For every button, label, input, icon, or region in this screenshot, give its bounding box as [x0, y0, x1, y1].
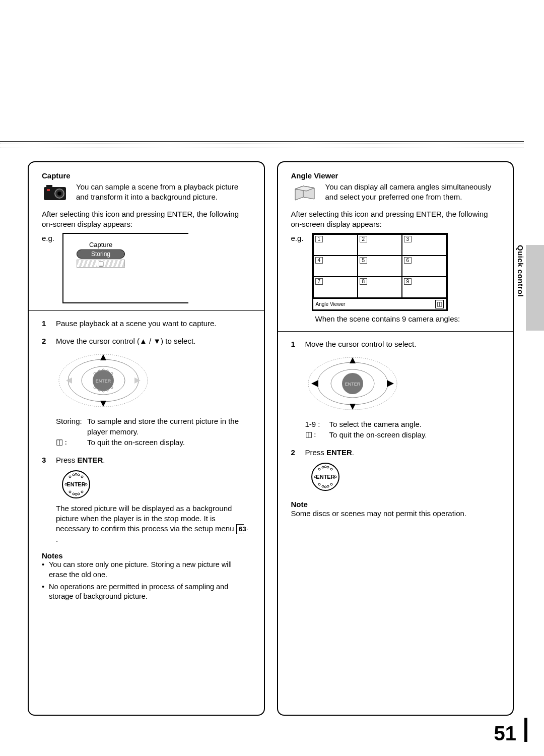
svg-point-2 [57, 192, 61, 196]
angle-cell: 1 [313, 234, 358, 256]
capture-intro-text: You can sample a scene from a playback p… [76, 182, 251, 204]
capture-step-1: Pause playback at a scene you want to ca… [42, 318, 251, 329]
capture-dialog-title: Capture [77, 241, 125, 248]
return-icon: ◫ [435, 300, 444, 308]
eg-label: e.g. [291, 233, 304, 242]
angle-cell: 5 [358, 256, 402, 277]
note-item: No operations are permitted in process o… [42, 582, 251, 602]
capture-eg: e.g. Capture Storing ◫ [42, 233, 251, 303]
angle-cell: 8 [358, 277, 402, 298]
svg-text:ENTER: ENTER [345, 382, 360, 387]
angle-intro-text: You can display all camera angles simult… [325, 182, 500, 204]
divider [29, 310, 264, 311]
eg-label: e.g. [42, 233, 54, 242]
svg-text:ENTER: ENTER [66, 481, 85, 487]
capture-osd-frame: Capture Storing ◫ [62, 233, 188, 303]
angle-after-text: After selecting this icon and pressing E… [291, 209, 500, 230]
capture-steps: Pause playback at a scene you want to ca… [42, 318, 251, 545]
capture-intro-row: You can sample a scene from a playback p… [42, 182, 251, 204]
angle-grid-footer: Angle Viewer ◫ [313, 298, 446, 309]
enter-button-icon: ENTER [61, 469, 91, 499]
capture-dialog-status: Storing [77, 249, 125, 259]
capture-dialog-return: ◫ [77, 260, 125, 268]
angle-cell: 9 [402, 277, 446, 298]
content-columns: Capture You can sample a scene from a pl… [28, 161, 514, 716]
svg-text:ENTER: ENTER [316, 474, 334, 480]
capture-step-2: Move the cursor control (▲ / ▼) to selec… [42, 336, 251, 448]
notes-heading: Notes [42, 551, 251, 560]
page-reference-63: 63 [236, 524, 248, 534]
camera-icon [42, 182, 70, 204]
svg-rect-4 [47, 189, 50, 191]
angle-step-1: Move the cursor control to select. ENTER [291, 339, 500, 440]
svg-rect-3 [46, 185, 52, 189]
angle-viewer-panel: Angle Viewer You can display all camera … [277, 161, 514, 716]
side-tab-label: Quick control [516, 245, 525, 297]
svg-text:ENTER: ENTER [96, 379, 111, 384]
page-number: 51 [494, 722, 517, 745]
angle-steps: Move the cursor control to select. ENTER [291, 339, 500, 492]
angle-eg: e.g. 1 2 3 4 5 6 7 8 9 Angle Viewer ◫ [291, 233, 500, 311]
capture-definitions: Storing:To sample and store the current … [56, 416, 251, 448]
angle-title: Angle Viewer [291, 171, 500, 180]
capture-title: Capture [42, 171, 251, 180]
angle-cell: 7 [313, 277, 358, 298]
note-item: You can store only one picture. Storing … [42, 560, 251, 580]
side-tab [526, 245, 544, 331]
angle-cell: 6 [402, 256, 446, 277]
angle-grid-frame: 1 2 3 4 5 6 7 8 9 Angle Viewer ◫ [312, 233, 448, 311]
capture-step-3-note: The stored picture will be displayed as … [56, 503, 251, 545]
cursor-pad-icon: ENTER [302, 353, 403, 414]
angle-cell: 2 [358, 234, 402, 256]
angle-cell: 4 [313, 256, 358, 277]
angle-cell: 3 [402, 234, 446, 256]
enter-button-icon: ENTER [310, 462, 341, 492]
capture-after-text: After selecting this icon and pressing E… [42, 209, 251, 230]
angle-note: Some discs or scenes may not permit this… [291, 509, 500, 519]
header-rules [0, 141, 524, 148]
angle-intro-row: You can display all camera angles simult… [291, 182, 500, 204]
angle-grid: 1 2 3 4 5 6 7 8 9 [313, 234, 446, 298]
capture-panel: Capture You can sample a scene from a pl… [28, 161, 265, 716]
cursor-pad-icon: ENTER [53, 350, 154, 411]
divider [278, 331, 513, 332]
angle-step-2: Press ENTER. ENTER [291, 447, 500, 492]
angle-definitions: 1-9 :To select the camera angle. ◫ :To q… [305, 419, 500, 440]
capture-notes-list: You can store only one picture. Storing … [42, 560, 251, 601]
capture-step-3: Press ENTER. ENTER The stored picture wi… [42, 455, 251, 545]
capture-dialog: Capture Storing ◫ [77, 241, 125, 268]
note-heading: Note [291, 500, 500, 509]
angle-caption: When the scene contains 9 camera angles: [315, 314, 500, 324]
angle-viewer-icon [291, 182, 319, 204]
